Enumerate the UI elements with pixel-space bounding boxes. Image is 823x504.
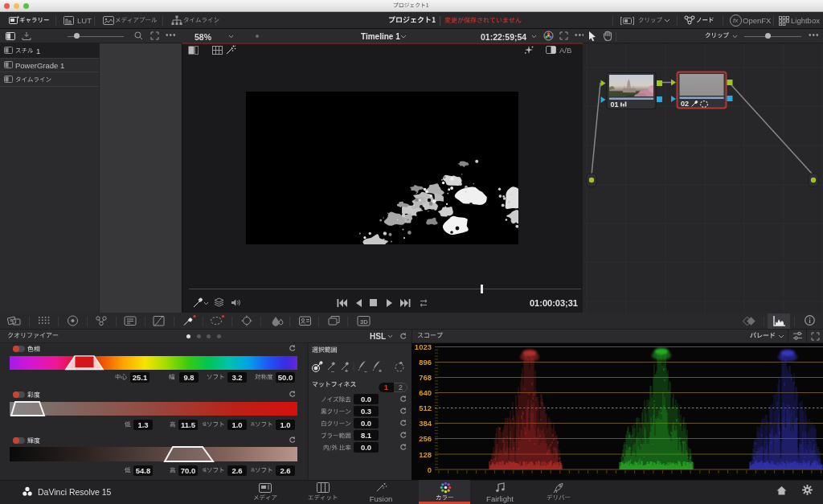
svg-text:896: 896	[419, 358, 432, 367]
svg-text:0: 0	[428, 465, 432, 474]
svg-text:02: 02	[681, 100, 689, 108]
svg-text:+: +	[379, 368, 382, 374]
svg-text:512: 512	[419, 404, 432, 412]
svg-text:640: 640	[419, 388, 432, 397]
svg-text:–: –	[364, 368, 367, 374]
svg-text:256: 256	[419, 434, 432, 443]
svg-text:–: –	[331, 368, 334, 374]
svg-text:fx: fx	[733, 17, 739, 24]
svg-text:768: 768	[419, 373, 432, 382]
svg-text:1023: 1023	[415, 342, 432, 351]
svg-text:384: 384	[419, 419, 432, 428]
svg-text:3D: 3D	[360, 318, 368, 326]
svg-text:01: 01	[611, 100, 619, 109]
svg-text:128: 128	[419, 450, 432, 459]
svg-text:+: +	[345, 368, 348, 374]
